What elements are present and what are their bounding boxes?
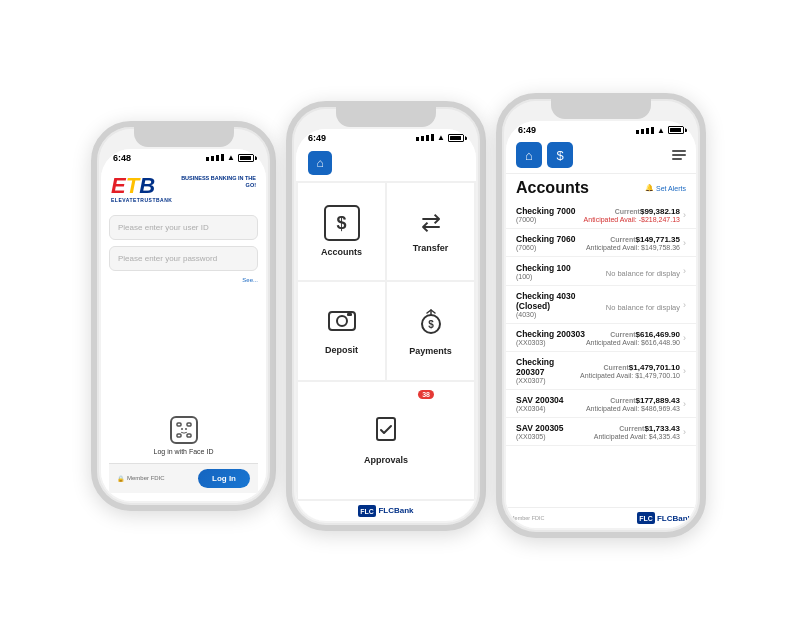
svg-rect-8 (347, 313, 352, 316)
face-id-icon[interactable] (170, 416, 198, 444)
accounts-icon: $ (324, 205, 360, 241)
svg-point-4 (181, 428, 183, 430)
account-num-100: (100) (516, 273, 606, 280)
accounts-list: Checking 7000 (7000) Current$99,382.18 A… (506, 201, 696, 507)
account-num-7060: (7060) (516, 244, 586, 251)
account-row-100[interactable]: Checking 100 (100) No balance for displa… (506, 257, 696, 286)
balance-avail-7060: Anticipated Avail: $149,758.36 (586, 244, 680, 251)
account-info-7000: Checking 7000 (7000) (516, 206, 584, 223)
chevron-7060: › (683, 238, 686, 248)
account-row-sav200305[interactable]: SAV 200305 (XX0305) Current$1,733.43 Ant… (506, 418, 696, 446)
signal-icon-2 (416, 134, 434, 141)
login-content: ETB ELEVATETRUSTBANK BUSINESS BANKING IN… (101, 165, 266, 501)
accounts-nav: ⌂ $ (506, 137, 696, 174)
account-row-200303[interactable]: Checking 200303 (XX0303) Current$616,469… (506, 324, 696, 352)
chevron-sav200305: › (683, 427, 686, 437)
svg-text:$: $ (428, 319, 434, 330)
balance-current-200303: Current$616,469.90 (586, 330, 680, 339)
fdic-text-3: Member FDIC (510, 515, 545, 521)
svg-point-7 (337, 316, 347, 326)
payments-icon: $ (417, 306, 445, 340)
account-info-100: Checking 100 (100) (516, 263, 606, 280)
approvals-label: Approvals (364, 455, 408, 465)
nav-left: ⌂ $ (516, 142, 573, 168)
battery-icon-3 (668, 126, 684, 134)
status-icons-1: ▲ (206, 153, 254, 162)
forgot-link[interactable]: See... (109, 277, 258, 283)
account-row-sav200304[interactable]: SAV 200304 (XX0304) Current$177,889.43 A… (506, 390, 696, 418)
menu-footer: FLC FLCBank (296, 501, 476, 521)
balance-current-7000: Current$99,382.18 (584, 207, 680, 216)
menu-item-transfer[interactable]: ⇄ Transfer (387, 183, 474, 281)
home-nav-button[interactable]: ⌂ (308, 151, 332, 175)
balance-avail-sav200304: Anticipated Avail: $486,969.43 (586, 405, 680, 412)
account-balance-4030: No balance for display (606, 296, 680, 314)
signal-icon (206, 154, 224, 161)
chevron-7000: › (683, 210, 686, 220)
menu-item-deposit[interactable]: Deposit (298, 282, 385, 380)
chevron-200307: › (683, 366, 686, 376)
account-info-4030: Checking 4030 (Closed) (4030) (516, 291, 606, 318)
svg-rect-2 (177, 434, 181, 437)
user-id-placeholder: Please enter your user ID (118, 223, 209, 232)
account-balance-200307: Current$1,479,701.10 Anticipated Avail: … (580, 363, 680, 379)
balance-avail-200303: Anticipated Avail: $616,448.90 (586, 339, 680, 346)
chevron-sav200304: › (683, 399, 686, 409)
menu-content: $ Accounts ⇄ Transfer (296, 181, 476, 521)
svg-rect-11 (377, 418, 395, 440)
account-name-100: Checking 100 (516, 263, 606, 273)
svg-point-5 (185, 428, 187, 430)
status-icons-3: ▲ (636, 126, 684, 135)
account-name-sav200304: SAV 200304 (516, 395, 586, 405)
accounts-label: Accounts (321, 247, 362, 257)
set-alerts-button[interactable]: 🔔 Set Alerts (645, 184, 686, 192)
account-row-7000[interactable]: Checking 7000 (7000) Current$99,382.18 A… (506, 201, 696, 229)
login-screen: 6:48 ▲ (101, 149, 266, 501)
login-footer: 🔒 Member FDIC Log In (109, 463, 258, 493)
scene: 6:48 ▲ (0, 0, 797, 631)
no-balance-100: No balance for display (606, 269, 680, 278)
chevron-200303: › (683, 333, 686, 343)
account-row-7060[interactable]: Checking 7060 (7060) Current$149,771.35 … (506, 229, 696, 257)
account-balance-7060: Current$149,771.35 Anticipated Avail: $1… (586, 235, 680, 251)
approvals-icon (371, 415, 401, 449)
menu-item-payments[interactable]: $ Payments (387, 282, 474, 380)
account-num-200307: (XX0307) (516, 377, 580, 384)
home-button[interactable]: ⌂ (516, 142, 542, 168)
account-num-7000: (7000) (516, 216, 584, 223)
account-balance-100: No balance for display (606, 262, 680, 280)
balance-current-200307: Current$1,479,701.10 (580, 363, 680, 372)
transfer-icon: ⇄ (421, 209, 441, 237)
accounts-footer: Member FDIC FLC FLCBank (506, 507, 696, 528)
svg-text:FLC: FLC (639, 515, 653, 522)
transfer-label: Transfer (413, 243, 449, 253)
chevron-100: › (683, 266, 686, 276)
no-balance-4030: No balance for display (606, 303, 680, 312)
phone-accounts: 6:49 ▲ ⌂ $ (496, 93, 706, 538)
balance-avail-200307: Anticipated Avail: $1,479,700.10 (580, 372, 680, 379)
balance-current-7060: Current$149,771.35 (586, 235, 680, 244)
balance-avail-sav200305: Anticipated Avail: $4,335.43 (594, 433, 680, 440)
account-row-4030[interactable]: Checking 4030 (Closed) (4030) No balance… (506, 286, 696, 324)
menu-item-accounts[interactable]: $ Accounts (298, 183, 385, 281)
battery-icon-2 (448, 134, 464, 142)
accounts-nav-button[interactable]: $ (547, 142, 573, 168)
menu-nav: ⌂ (296, 145, 476, 181)
svg-text:FLC: FLC (361, 508, 375, 515)
status-bar-3: 6:49 ▲ (506, 121, 696, 137)
payments-label: Payments (409, 346, 452, 356)
hamburger-menu[interactable] (672, 150, 686, 160)
user-id-input[interactable]: Please enter your user ID (109, 215, 258, 240)
face-id-label: Log in with Face ID (154, 448, 214, 455)
account-num-sav200305: (XX0305) (516, 433, 594, 440)
chevron-4030: › (683, 300, 686, 310)
password-input[interactable]: Please enter your password (109, 246, 258, 271)
menu-item-approvals[interactable]: 38 Approvals (298, 382, 474, 499)
account-name-200307: Checking 200307 (516, 357, 580, 377)
wifi-icon: ▲ (227, 153, 235, 162)
balance-current-sav200305: Current$1,733.43 (594, 424, 680, 433)
signal-icon-3 (636, 127, 654, 134)
login-button[interactable]: Log In (198, 469, 250, 488)
account-row-200307[interactable]: Checking 200307 (XX0307) Current$1,479,7… (506, 352, 696, 390)
svg-rect-0 (177, 423, 181, 426)
